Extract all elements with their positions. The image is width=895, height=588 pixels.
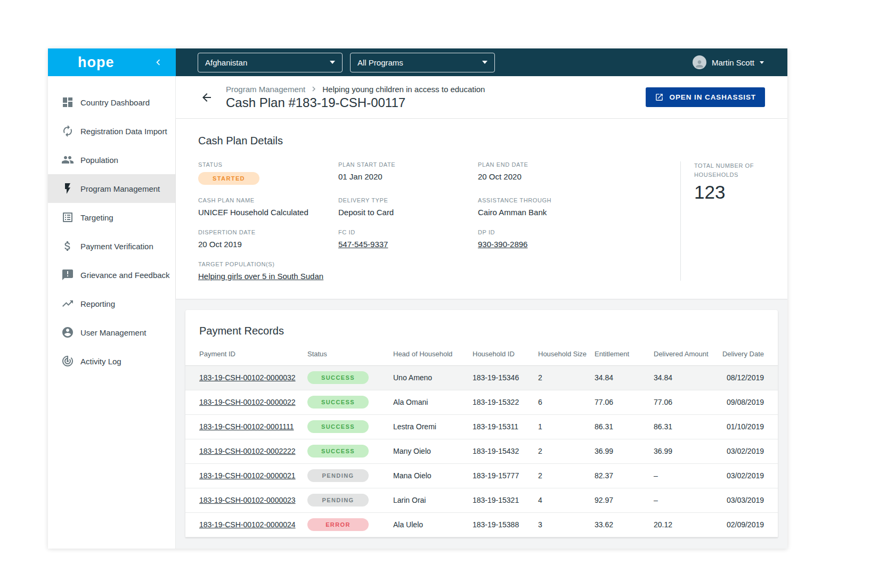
delivery-date: 01/10/2019 xyxy=(718,414,778,439)
page-header: Program Management Helping young childre… xyxy=(176,76,787,119)
field-assistance-through: ASSISTANCE THROUGH Cairo Amman Bank xyxy=(478,197,680,217)
sidebar-item-targeting[interactable]: Targeting xyxy=(48,203,175,232)
open-button-label: OPEN IN CASHASSIST xyxy=(670,93,756,101)
payment-records-title: Payment Records xyxy=(199,310,764,348)
table-row[interactable]: 183-19-CSH-00102-0002222 SUCCESS Many Oi… xyxy=(185,439,778,463)
country-select[interactable]: Afghanistan xyxy=(198,53,343,72)
fc-id-link[interactable]: 547-545-9337 xyxy=(338,240,388,249)
total-households-label: TOTAL NUMBER OF HOUSEHOLDS xyxy=(694,161,785,179)
status-badge: PENDING xyxy=(307,469,369,482)
entitlement: 36.99 xyxy=(595,439,654,463)
sidebar-item-population[interactable]: Population xyxy=(48,145,175,174)
payment-id-link[interactable]: 183-19-CSH-00102-0001111 xyxy=(199,422,294,431)
delivered-amount: 77.06 xyxy=(654,390,718,414)
table-row[interactable]: 183-19-CSH-00102-0001111 SUCCESS Lestra … xyxy=(185,414,778,439)
payment-id-link[interactable]: 183-19-CSH-00102-0000022 xyxy=(199,398,296,406)
sidebar-item-registration-data-import[interactable]: Registration Data Import xyxy=(48,117,175,145)
status-badge: ERROR xyxy=(307,518,369,531)
country-select-value: Afghanistan xyxy=(205,58,247,67)
head-of-household: Larin Orai xyxy=(393,488,473,512)
activity-icon xyxy=(61,355,74,368)
entitlement: 86.31 xyxy=(595,414,654,439)
field-target-populations: TARGET POPULATION(S) Helping girls over … xyxy=(198,261,338,281)
household-id: 183-19-15388 xyxy=(473,512,538,537)
hope-logo: hope xyxy=(78,55,115,70)
app-body: Country Dashboard Registration Data Impo… xyxy=(48,76,787,549)
table-header-row: Payment ID Status Head of Household Hous… xyxy=(185,348,778,365)
payment-id-link[interactable]: 183-19-CSH-00102-0000021 xyxy=(199,471,296,480)
open-in-cashassist-button[interactable]: OPEN IN CASHASSIST xyxy=(646,87,765,107)
back-arrow-icon[interactable] xyxy=(200,91,213,104)
payment-records-table: Payment ID Status Head of Household Hous… xyxy=(185,348,778,537)
sidebar-item-label: Targeting xyxy=(80,213,113,222)
sync-icon xyxy=(61,125,74,137)
payment-id-link[interactable]: 183-19-CSH-00102-0000032 xyxy=(199,373,296,382)
sidebar-item-program-management[interactable]: Program Management xyxy=(48,174,175,203)
details-fields: STATUS STARTED PLAN START DATE 01 Jan 20… xyxy=(198,161,680,281)
sidebar: Country Dashboard Registration Data Impo… xyxy=(48,76,176,549)
sidebar-item-label: Reporting xyxy=(80,299,115,308)
sidebar-collapse-chevron-icon[interactable] xyxy=(152,56,164,68)
delivery-date: 02/09/2019 xyxy=(718,512,778,537)
hope-app-window: hope Afghanistan All Programs Martin Sco… xyxy=(48,48,787,549)
total-households-value: 123 xyxy=(694,182,785,203)
payment-id-link[interactable]: 183-19-CSH-00102-0002222 xyxy=(199,447,296,455)
sidebar-item-reporting[interactable]: Reporting xyxy=(48,289,175,318)
user-name: Martin Scott xyxy=(712,58,754,67)
chevron-down-icon xyxy=(760,61,764,64)
column-header: Head of Household xyxy=(393,348,473,365)
table-row[interactable]: 183-19-CSH-00102-0000032 SUCCESS Uno Ame… xyxy=(185,365,778,390)
target-population-link[interactable]: Helping girls over 5 in South Sudan xyxy=(198,272,323,281)
entitlement: 34.84 xyxy=(595,365,654,390)
head-of-household: Uno Ameno xyxy=(393,365,473,390)
table-row[interactable]: 183-19-CSH-00102-0000023 PENDING Larin O… xyxy=(185,488,778,512)
head-of-household: Ala Omani xyxy=(393,390,473,414)
column-header: Delivery Date xyxy=(718,348,778,365)
user-menu[interactable]: Martin Scott xyxy=(693,55,764,69)
sidebar-item-grievance-and-feedback[interactable]: Grievance and Feedback xyxy=(48,260,175,289)
header-text: Program Management Helping young childre… xyxy=(226,84,485,110)
entitlement: 77.06 xyxy=(595,390,654,414)
sidebar-item-label: Country Dashboard xyxy=(80,98,150,107)
cash-plan-details-panel: Cash Plan Details STATUS STARTED PLAN ST… xyxy=(176,119,787,299)
breadcrumb-program-management[interactable]: Program Management xyxy=(226,85,305,94)
status-badge: SUCCESS xyxy=(307,371,369,384)
table-row[interactable]: 183-19-CSH-00102-0000021 PENDING Mana Oi… xyxy=(185,463,778,488)
household-id: 183-19-15321 xyxy=(473,488,538,512)
program-select-value: All Programs xyxy=(357,58,403,67)
delivered-amount: 36.99 xyxy=(654,439,718,463)
head-of-household: Mana Oielo xyxy=(393,463,473,488)
payment-id-link[interactable]: 183-19-CSH-00102-0000024 xyxy=(199,520,296,529)
avatar xyxy=(693,55,706,69)
main-content: Program Management Helping young childre… xyxy=(176,76,787,549)
dollar-icon xyxy=(61,240,74,252)
sidebar-item-country-dashboard[interactable]: Country Dashboard xyxy=(48,88,175,117)
entitlement: 33.62 xyxy=(595,512,654,537)
entitlement: 82.37 xyxy=(595,463,654,488)
sidebar-item-payment-verification[interactable]: Payment Verification xyxy=(48,232,175,260)
household-id: 183-19-15432 xyxy=(473,439,538,463)
list-icon xyxy=(61,211,74,224)
table-row[interactable]: 183-19-CSH-00102-0000024 ERROR Ala Ulelo… xyxy=(185,512,778,537)
sidebar-item-user-management[interactable]: User Management xyxy=(48,318,175,347)
sidebar-item-label: Population xyxy=(80,156,118,165)
trending-up-icon xyxy=(61,297,74,310)
field-status: STATUS STARTED xyxy=(198,161,338,185)
delivery-date: 03/02/2019 xyxy=(718,463,778,488)
people-icon xyxy=(61,153,74,166)
sidebar-item-label: Payment Verification xyxy=(80,242,153,251)
dp-id-link[interactable]: 930-390-2896 xyxy=(478,240,527,249)
payment-id-link[interactable]: 183-19-CSH-00102-0000023 xyxy=(199,496,296,504)
field-dp-id: DP ID 930-390-2896 xyxy=(478,229,680,249)
program-select[interactable]: All Programs xyxy=(350,53,495,72)
delivered-amount: 86.31 xyxy=(654,414,718,439)
column-header: Payment ID xyxy=(185,348,307,365)
delivery-date: 09/08/2019 xyxy=(718,390,778,414)
head-of-household: Lestra Oremi xyxy=(393,414,473,439)
delivered-amount: – xyxy=(654,463,718,488)
column-header: Delivered Amount xyxy=(654,348,718,365)
table-row[interactable]: 183-19-CSH-00102-0000022 SUCCESS Ala Oma… xyxy=(185,390,778,414)
logo-block: hope xyxy=(48,48,176,76)
household-size: 6 xyxy=(538,390,595,414)
sidebar-item-activity-log[interactable]: Activity Log xyxy=(48,347,175,375)
